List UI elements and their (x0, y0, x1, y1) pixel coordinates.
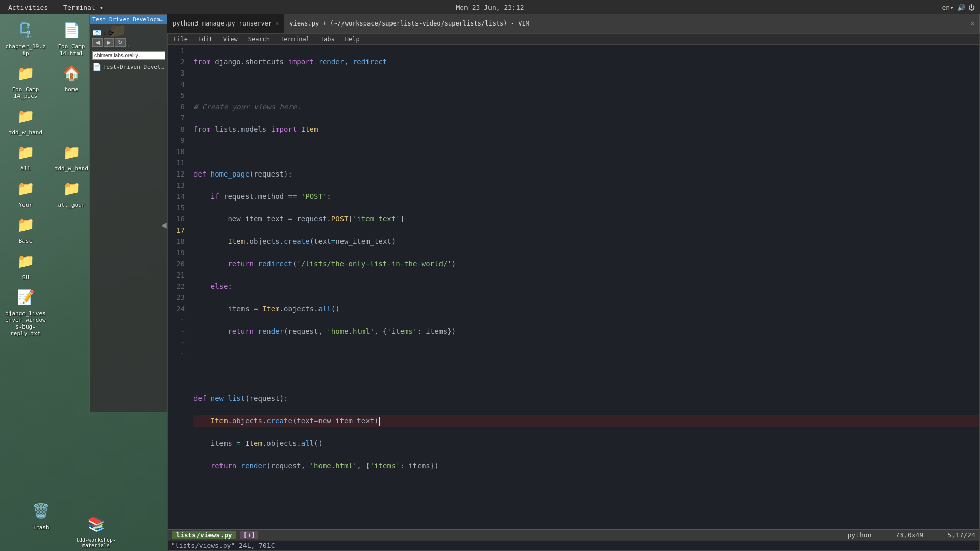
vim-tab-close-btn[interactable]: ✕ (971, 20, 974, 27)
home-label: home (65, 86, 79, 93)
tdd_w2-label: tdd_w_hand (55, 165, 88, 172)
back-button[interactable]: ◀ (92, 38, 103, 47)
foocamp14pics-icon: 📁 (13, 61, 38, 85)
foocamp14pics-label: Foo Camp 14_pics (5, 86, 46, 99)
menu-search[interactable]: Search (243, 34, 275, 44)
url-bar[interactable] (92, 51, 165, 60)
desktop-icon-your[interactable]: 📁 Your (5, 176, 46, 208)
desktop-icon-all[interactable]: 📁 All (5, 140, 46, 172)
line-numbers: 1 2 3 4 5 6 7 8 9 10 11 12 13 14 15 16 1 (168, 45, 189, 529)
code-line-1: from django.shortcuts import render, red… (193, 56, 979, 67)
desktop-icon-chapter19[interactable]: 🗜️ chapter_19.zip (5, 18, 46, 57)
code-line-18: items = Item.objects.all() (193, 438, 979, 449)
vim-statusline-left: lists/views.py [+] (172, 531, 258, 539)
collapse-arrow[interactable]: ◀ (161, 219, 167, 230)
desktop-icon-foocamp14[interactable]: 📄 Foo Camp 14.html (51, 18, 92, 57)
code-line-8: new_item_text = request.POST['item_text'… (193, 213, 979, 224)
vim-code-area[interactable]: 1 2 3 4 5 6 7 8 9 10 11 12 13 14 15 16 1 (168, 45, 979, 529)
sidebar-item-icon: 📄 (92, 63, 101, 71)
vim-tab-label: views.py + (~//workspace/superlists-vide… (289, 20, 529, 27)
desktop-icon-all_gour[interactable]: 📁 all_gour (51, 176, 92, 208)
code-content[interactable]: from django.shortcuts import render, red… (189, 45, 979, 529)
browser-tabbar: python3 manage.py runserver ✕ views.py +… (167, 14, 980, 33)
code-line-13: return render(request, 'home.html', {'it… (193, 325, 979, 337)
trash-icon: 🗑️ (29, 498, 53, 523)
desktop-icon-trash[interactable]: 🗑️ Trash (20, 498, 61, 531)
volume-icon[interactable]: 🔊 (957, 4, 965, 11)
vim-status-pos: 73,0x49 (895, 531, 923, 539)
lang-indicator[interactable]: en▾ (942, 4, 954, 11)
desktop-icon-sh[interactable]: 📁 SH (5, 248, 46, 281)
code-line-2 (193, 79, 979, 90)
desktop: Activities _Terminal ▾ Mon 23 Jun, 23:12… (0, 0, 980, 551)
desktop-icon-foocamp14pics[interactable]: 📁 Foo Camp 14_pics (5, 61, 46, 99)
code-line-19: return render(request, 'home.html', {'it… (193, 460, 979, 471)
basc-label: Basc (19, 238, 33, 244)
code-line-4: from lists.models import Item (193, 123, 979, 135)
all-label: All (20, 165, 31, 172)
code-line-14 (193, 348, 979, 359)
code-line-9: Item.objects.create(text=new_item_text) (193, 236, 979, 247)
desktop-icon-tdd_w[interactable]: 📁 tdd_w_hand (5, 104, 46, 136)
liveserver-icon: 📝 (13, 285, 38, 309)
vim-status-pct: 5,17/24 (947, 531, 975, 539)
code-table: 1 2 3 4 5 6 7 8 9 10 11 12 13 14 15 16 1 (168, 45, 979, 529)
foocamp14-label: Foo Camp 14.html (51, 43, 92, 57)
code-line-7: if request.method == 'POST': (193, 191, 979, 202)
menu-view[interactable]: View (218, 34, 243, 44)
sidebar-content: 📧 ☆ ⟳ ◀ ▶ ↻ 📄 Test-Driven Develo... (90, 24, 168, 74)
forward-button[interactable]: ▶ (104, 38, 114, 47)
desktop-icon-basc[interactable]: 📁 Basc (5, 212, 46, 244)
desktop-icon-liveserver[interactable]: 📝 django_liveserver_windows-bug-reply.tx… (5, 285, 46, 337)
menu-file[interactable]: File (168, 34, 193, 44)
topbar-left: Activities _Terminal ▾ (0, 3, 108, 12)
workshop-icon-area[interactable]: 📚 tdd-workshop-materials (76, 512, 116, 548)
vim-status-mode: python (848, 531, 872, 539)
all-icon: 📁 (13, 140, 38, 164)
vim-status-filename: lists/views.py (172, 531, 236, 539)
vim-statusline-right: python 73,0x49 5,17/24 (848, 531, 976, 539)
chapter19-icon: 🗜️ (13, 18, 38, 42)
code-line-10: return redirect('/lists/the-only-list-in… (193, 258, 979, 269)
trash-icon-area[interactable]: 🗑️ Trash (20, 498, 61, 531)
terminal-tab[interactable]: python3 manage.py runserver ✕ (167, 14, 284, 33)
power-icon[interactable]: ⏻ (968, 4, 975, 11)
sidebar-item-tdd[interactable]: 📄 Test-Driven Develo... (92, 62, 165, 72)
refresh-button[interactable]: ↻ (115, 38, 126, 47)
vim-window: File Edit View Search Terminal Tabs Help… (167, 33, 980, 551)
terminal-tab-label: python3 manage.py runserver (173, 20, 272, 27)
topbar: Activities _Terminal ▾ Mon 23 Jun, 23:12… (0, 0, 980, 14)
tdd_w2-icon: 📁 (59, 140, 84, 164)
menu-help[interactable]: Help (340, 34, 365, 44)
tdd_w-label: tdd_w_hand (9, 129, 42, 136)
all_gour-icon: 📁 (59, 176, 84, 201)
activities-button[interactable]: Activities (3, 3, 53, 12)
history-icon[interactable]: ⟳ (108, 29, 114, 37)
foocamp14-icon: 📄 (59, 18, 84, 42)
basc-icon: 📁 (13, 212, 38, 237)
terminal-menu[interactable]: _Terminal ▾ (54, 3, 108, 12)
vim-cmdline-text: "lists/views.py" 24L, 701C (171, 542, 275, 549)
menu-tabs[interactable]: Tabs (315, 34, 340, 44)
vim-main-tab[interactable]: views.py + (~//workspace/superlists-vide… (284, 14, 980, 33)
sidebar-panel: Test-Driven Developme... 📧 ☆ ⟳ ◀ ▶ ↻ 📄 T… (89, 14, 168, 412)
vim-cmdline: "lists/views.py" 24L, 701C (168, 540, 979, 550)
code-line-5 (193, 146, 979, 157)
vim-status-modified: [+] (240, 531, 258, 539)
sidebar-header: Test-Driven Developme... (90, 15, 168, 24)
topbar-right: en▾ 🔊 ⏻ (942, 4, 980, 11)
datetime-display: Mon 23 Jun, 23:12 (456, 4, 524, 11)
terminal-tab-close[interactable]: ✕ (275, 20, 279, 27)
menu-edit[interactable]: Edit (193, 34, 218, 44)
menu-terminal[interactable]: Terminal (275, 34, 315, 44)
desktop-icon-tdd_w2[interactable]: 📁 tdd_w_hand (51, 140, 92, 172)
code-line-20 (193, 483, 979, 494)
code-line-6: def home_page(request): (193, 168, 979, 180)
desktop-icon-home[interactable]: 🏠 home (51, 61, 92, 99)
trash-label: Trash (32, 524, 49, 531)
code-line-16: def new_list(request): (193, 393, 979, 404)
vim-menubar: File Edit View Search Terminal Tabs Help (168, 34, 979, 45)
bookmark-icon[interactable]: ☆ (103, 29, 107, 37)
mail-icon[interactable]: 📧 (92, 29, 101, 37)
desktop-icon-workshop[interactable]: 📚 tdd-workshop-materials (76, 512, 116, 548)
